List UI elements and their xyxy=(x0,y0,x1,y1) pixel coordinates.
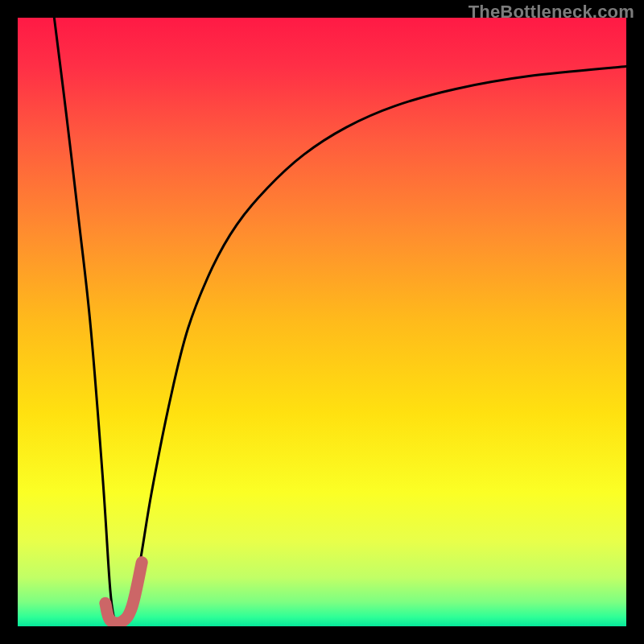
outer-frame: TheBottleneck.com xyxy=(0,0,644,644)
chart-svg xyxy=(18,18,626,626)
plot-area xyxy=(18,18,626,626)
watermark-text: TheBottleneck.com xyxy=(469,2,634,23)
gradient-bg xyxy=(18,18,626,626)
